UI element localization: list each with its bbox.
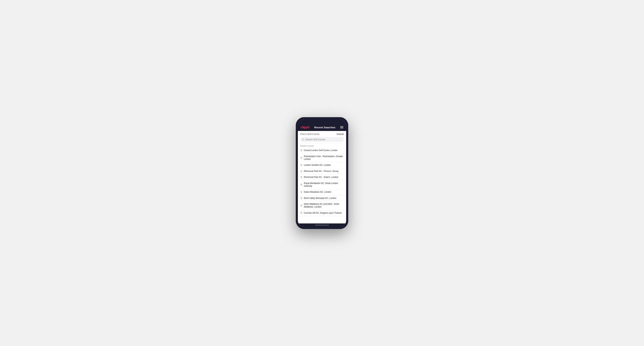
home-indicator: [298, 223, 346, 227]
course-item[interactable]: North Middlesex GC (1011942 - North Midd…: [298, 201, 346, 210]
pin-icon: [300, 157, 302, 159]
course-name: Brent Valley Municipal GC, London: [304, 197, 336, 200]
home-bar: [315, 225, 329, 225]
app-logo: clippd: [301, 126, 310, 129]
phone-screen: clippd Recent Searches Find a Golf Cours…: [298, 119, 346, 227]
nav-header: clippd Recent Searches: [298, 124, 346, 131]
course-list: Central London Golf Centre, London Roeha…: [298, 148, 346, 216]
course-name: Richmond Park GC - Prince's, Surrey: [304, 170, 338, 173]
pin-icon: [300, 176, 302, 178]
course-item[interactable]: London Scottish GC, London: [298, 162, 346, 168]
course-item[interactable]: Central London Golf Centre, London: [298, 148, 346, 154]
course-name: Dukes Meadows GC, London: [304, 191, 331, 193]
course-name: Coombe Hill GC, Kingston upon Thames: [304, 212, 342, 214]
search-input[interactable]: [305, 138, 342, 141]
cancel-button[interactable]: Cancel: [337, 133, 344, 135]
search-box: [300, 137, 344, 142]
pin-icon: [300, 149, 302, 152]
course-item[interactable]: Coombe Hill GC, Kingston upon Thames: [298, 210, 346, 216]
pin-icon: [300, 183, 302, 186]
pin-icon: [300, 204, 302, 207]
phone-frame: clippd Recent Searches Find a Golf Cours…: [296, 117, 348, 229]
pin-icon: [300, 170, 302, 173]
svg-line-1: [304, 140, 304, 140]
menu-icon-line2: [340, 127, 343, 128]
main-content: Find a Golf Course Cancel: [298, 131, 346, 223]
course-item[interactable]: Dukes Meadows GC, London: [298, 189, 346, 195]
find-bar: Find a Golf Course Cancel: [298, 131, 346, 136]
pin-icon: [300, 197, 302, 199]
course-name: Central London Golf Centre, London: [304, 149, 338, 152]
course-name: North Middlesex GC (1011942 - North Midd…: [304, 203, 344, 208]
menu-icon-line3: [340, 128, 343, 128]
nearby-label: Nearby courses: [298, 143, 346, 148]
search-container: [298, 136, 346, 143]
course-item[interactable]: Brent Valley Municipal GC, London: [298, 195, 346, 201]
course-item[interactable]: Richmond Park GC - Duke's, London: [298, 174, 346, 180]
course-item[interactable]: Richmond Park GC - Prince's, Surrey: [298, 168, 346, 174]
status-bar: [298, 119, 346, 124]
course-name: Royal Wimbledon GC, Great London Authori…: [304, 182, 344, 187]
nav-title: Recent Searches: [314, 126, 336, 129]
menu-icon-line1: [340, 126, 343, 127]
nearby-section: Nearby courses Central London Golf Centr…: [298, 143, 346, 223]
pin-icon: [300, 212, 302, 214]
pin-icon: [300, 191, 302, 193]
course-name: Richmond Park GC - Duke's, London: [304, 176, 338, 179]
search-icon: [302, 138, 304, 141]
course-name: London Scottish GC, London: [304, 164, 331, 167]
course-item[interactable]: Royal Wimbledon GC, Great London Authori…: [298, 180, 346, 189]
course-item[interactable]: Roehampton Club - Roehampton, Greater Lo…: [298, 154, 346, 162]
find-label: Find a Golf Course: [300, 133, 319, 135]
pin-icon: [300, 164, 302, 167]
course-name: Roehampton Club - Roehampton, Greater Lo…: [304, 155, 344, 161]
menu-button[interactable]: [340, 126, 343, 128]
